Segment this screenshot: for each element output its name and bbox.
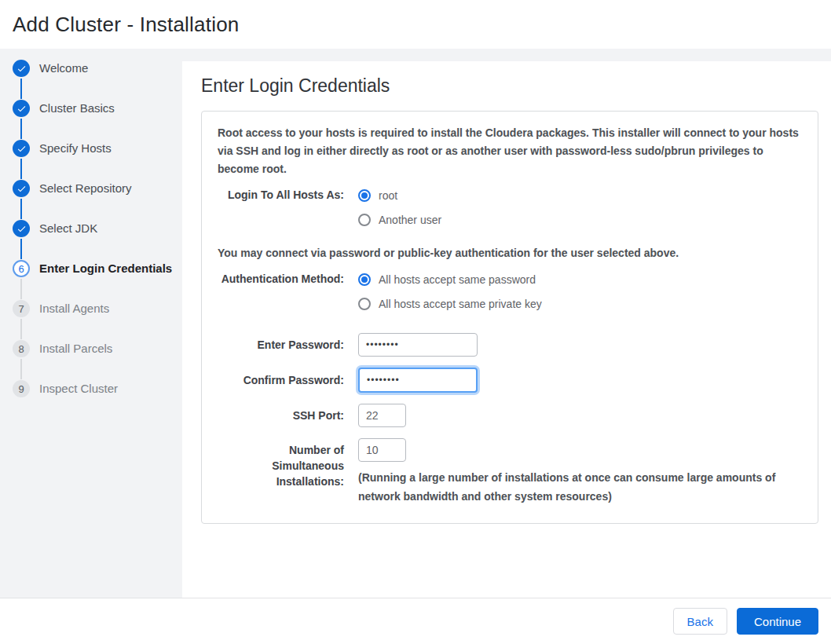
step-check-icon: [13, 140, 30, 157]
ssh-port-input[interactable]: [358, 404, 406, 427]
wizard-steps-sidebar: Welcome Cluster Basics Specify Hosts Sel…: [0, 49, 182, 598]
step-label: Specify Hosts: [39, 140, 112, 157]
radio-unselected-icon[interactable]: [358, 298, 371, 310]
step-label: Install Agents: [39, 300, 109, 317]
step-number-badge: 7: [13, 300, 30, 317]
auth-method-row: Authentication Method: All hosts accept …: [218, 267, 802, 316]
ssh-port-ctrl: [358, 404, 406, 427]
login-credentials-form: Root access to your hosts is required to…: [201, 111, 818, 524]
radio-label: All hosts accept same private key: [379, 298, 542, 310]
sidebar-item-specify-hosts[interactable]: Specify Hosts: [13, 140, 182, 180]
enter-password-row: Enter Password:: [218, 333, 802, 357]
login-as-label: Login To All Hosts As:: [218, 183, 344, 232]
back-button[interactable]: Back: [673, 608, 727, 635]
radio-unselected-icon[interactable]: [358, 214, 371, 226]
login-as-options: root Another user: [358, 183, 441, 232]
radio-option-same-password[interactable]: All hosts accept same password: [358, 267, 542, 291]
confirm-password-ctrl: [358, 368, 478, 393]
radio-selected-icon[interactable]: [358, 189, 371, 202]
enter-password-label: Enter Password:: [218, 337, 344, 353]
ssh-port-row: SSH Port:: [218, 404, 802, 427]
step-label: Select JDK: [39, 220, 97, 237]
auth-method-options: All hosts accept same password All hosts…: [358, 267, 542, 316]
wizard-footer: Back Continue: [0, 598, 831, 644]
confirm-password-label: Confirm Password:: [218, 372, 344, 388]
radio-label: root: [379, 189, 397, 202]
radio-selected-icon[interactable]: [358, 273, 371, 286]
step-label: Welcome: [39, 60, 88, 77]
sidebar-item-inspect-cluster[interactable]: 9 Inspect Cluster: [13, 380, 182, 420]
page-title: Add Cluster - Installation: [13, 13, 239, 37]
sidebar-item-select-jdk[interactable]: Select JDK: [13, 220, 182, 260]
simultaneous-installations-row: Number of Simultaneous Installations: (R…: [218, 438, 802, 506]
step-label: Install Parcels: [39, 340, 112, 357]
enter-password-input[interactable]: [358, 333, 478, 357]
section-heading: Enter Login Credentials: [201, 75, 818, 97]
enter-password-ctrl: [358, 333, 478, 357]
intro-text: Root access to your hosts is required to…: [218, 124, 802, 178]
auth-method-label: Authentication Method:: [218, 267, 344, 316]
confirm-password-row: Confirm Password:: [218, 368, 802, 393]
sidebar-item-install-agents[interactable]: 7 Install Agents: [13, 300, 182, 340]
auth-note-text: You may connect via password or public-k…: [218, 244, 802, 262]
login-as-row: Login To All Hosts As: root Another user: [218, 183, 802, 232]
simultaneous-installations-ctrl: (Running a large number of installations…: [358, 438, 798, 506]
radio-option-another-user[interactable]: Another user: [358, 207, 441, 232]
confirm-password-input[interactable]: [358, 368, 478, 393]
radio-option-root[interactable]: root: [358, 183, 441, 207]
ssh-port-label: SSH Port:: [218, 408, 344, 423]
sidebar-item-enter-login-credentials[interactable]: 6 Enter Login Credentials: [13, 260, 182, 300]
step-number-badge: 9: [13, 380, 30, 397]
step-number-badge: 8: [13, 340, 30, 357]
step-check-icon: [13, 180, 30, 197]
step-label: Select Repository: [39, 180, 132, 197]
simultaneous-installations-note: (Running a large number of installations…: [358, 468, 798, 506]
radio-label: Another user: [379, 214, 441, 226]
step-check-icon: [13, 60, 30, 77]
radio-label: All hosts accept same password: [379, 273, 536, 286]
simultaneous-installations-input[interactable]: [358, 438, 406, 462]
step-check-icon: [13, 220, 30, 237]
step-check-icon: [13, 100, 30, 117]
sidebar-item-cluster-basics[interactable]: Cluster Basics: [13, 100, 182, 140]
sidebar-item-welcome[interactable]: Welcome: [13, 60, 182, 100]
radio-option-same-private-key[interactable]: All hosts accept same private key: [358, 291, 542, 316]
page-header: Add Cluster - Installation: [0, 0, 831, 49]
continue-button[interactable]: Continue: [737, 608, 818, 635]
content-region: Welcome Cluster Basics Specify Hosts Sel…: [0, 49, 831, 598]
add-cluster-wizard: Add Cluster - Installation Welcome Clust…: [0, 0, 831, 644]
main-panel: Enter Login Credentials Root access to y…: [182, 61, 831, 598]
sidebar-item-install-parcels[interactable]: 8 Install Parcels: [13, 340, 182, 380]
step-label: Cluster Basics: [39, 100, 115, 117]
sidebar-item-select-repository[interactable]: Select Repository: [13, 180, 182, 220]
step-number-badge: 6: [13, 260, 30, 277]
simultaneous-installations-label: Number of Simultaneous Installations:: [218, 438, 344, 506]
step-label: Enter Login Credentials: [39, 260, 172, 277]
step-label: Inspect Cluster: [39, 380, 118, 397]
